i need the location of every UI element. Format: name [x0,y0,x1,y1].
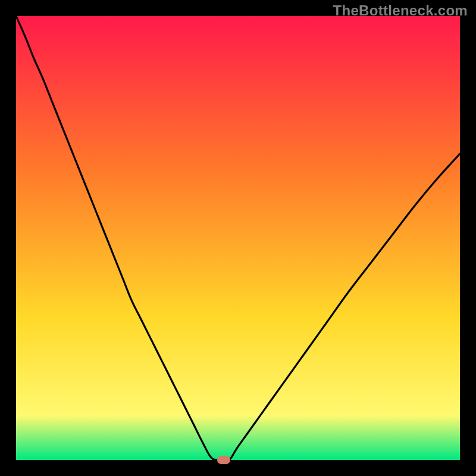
bottleneck-curve [16,16,460,460]
optimal-point-marker [217,456,230,464]
curve-path [16,16,460,460]
chart-frame: TheBottleneck.com [0,0,476,476]
plot-area [16,16,460,460]
watermark-text: TheBottleneck.com [333,2,468,19]
